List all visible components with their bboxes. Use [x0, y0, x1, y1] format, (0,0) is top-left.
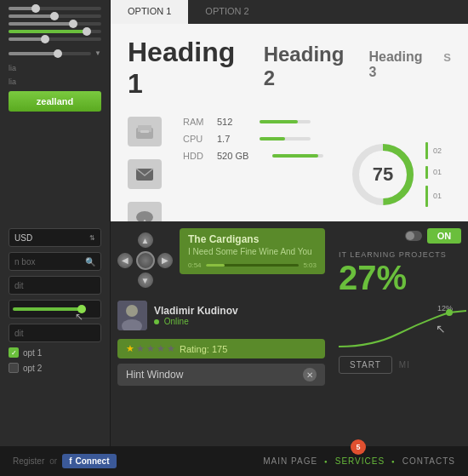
music-time-start: 0:54	[188, 261, 202, 269]
user-profile: Vladimir Kudinov Online	[117, 297, 325, 334]
search-icon: 🔍	[85, 257, 95, 267]
star-2: ★	[136, 343, 145, 354]
dpad-music-row: ▲ ▼ ◀ ▶ The Cardigans I Need Some Fine W…	[117, 228, 325, 292]
donut-chart: 75	[349, 141, 417, 209]
slider-track-3[interactable]	[9, 22, 101, 26]
slider-track-1[interactable]	[9, 7, 101, 10]
nav-dot-1: ●	[324, 459, 328, 464]
user-avatar	[117, 301, 147, 330]
donut-value: 75	[373, 163, 393, 186]
horizontal-slider-6[interactable]	[9, 52, 91, 55]
toggle-row: ON	[339, 228, 461, 244]
green-slider[interactable]: ↖	[9, 300, 101, 318]
currency-dropdown[interactable]: USD ⇅	[9, 228, 101, 247]
dpad-left-button[interactable]: ◀	[117, 253, 133, 268]
tab-option2[interactable]: OPTION 2	[188, 0, 265, 24]
star-5: ★	[167, 343, 175, 354]
it-projects-section: IT LEARNING PROJECTS 27%	[339, 250, 461, 295]
heading2: Heading 2	[264, 43, 356, 90]
dpad-up-button[interactable]: ▲	[138, 232, 153, 248]
mail-icon	[128, 159, 162, 189]
bottom-far-right: ON IT LEARNING PROJECTS 27% 12% ↖ START	[332, 221, 468, 446]
on-toggle-button[interactable]: ON	[427, 228, 461, 244]
user-name: Vladimir Kudinov	[154, 305, 238, 317]
footer-nav: MAIN PAGE ● SERVICES ● CONTACTS	[263, 456, 455, 466]
user-status-label: Online	[164, 317, 189, 326]
chart-area: 12% ↖	[339, 300, 461, 351]
music-player: The Cardigans I Need Some Fine Wine And …	[180, 228, 325, 274]
music-title: The Cardigans	[188, 233, 317, 245]
star-4: ★	[157, 343, 165, 354]
cursor-icon: ↖	[75, 311, 83, 323]
edit2-label: dit	[14, 329, 24, 338]
main-container: ▼ lia lia zealland OPTION 1 OPTION 2	[0, 0, 468, 476]
hint-label: Hint Window	[126, 369, 183, 381]
hint-close-button[interactable]: ✕	[303, 368, 317, 381]
start-button[interactable]: START	[339, 356, 392, 374]
edit-field-2[interactable]: dit	[9, 324, 101, 342]
cpu-row: CPU 1.7	[183, 134, 323, 144]
bar-row-1: 02	[425, 142, 442, 159]
checkbox-2[interactable]	[9, 363, 19, 373]
footer: Register or f Connect MAIN PAGE ● SERVIC…	[0, 446, 468, 476]
dpad-down-button[interactable]: ▼	[138, 272, 153, 288]
music-progress-track[interactable]	[206, 264, 300, 267]
ram-row: RAM 512	[183, 117, 323, 127]
left-sidebar-top: ▼ lia lia zealland	[0, 0, 111, 221]
tab-option1[interactable]: OPTION 1	[111, 0, 188, 24]
slider-group-1	[9, 7, 101, 41]
hint-window: Hint Window ✕	[117, 364, 325, 386]
bar-row-3: 01	[425, 186, 442, 207]
nav-contacts[interactable]: CONTACTS	[402, 456, 455, 466]
country-button[interactable]: zealland	[9, 91, 101, 112]
checkbox-1[interactable]: ✓	[9, 347, 19, 358]
slider-row-2	[9, 14, 101, 18]
edit1-label: dit	[14, 281, 24, 290]
slider-track-5[interactable]	[9, 37, 101, 41]
footer-connect-label: Connect	[76, 456, 110, 466]
ram-bar	[260, 120, 311, 123]
heading4: S	[443, 51, 451, 64]
dpad-center-button[interactable]	[136, 251, 155, 270]
inbox-icon	[128, 117, 162, 146]
dpad-right-button[interactable]: ▶	[157, 253, 173, 268]
right-panel-top: OPTION 1 OPTION 2 Heading 1 Heading 2 He…	[111, 0, 468, 221]
slider-track-2[interactable]	[9, 14, 101, 18]
fb-connect-button[interactable]: f Connect	[62, 454, 116, 468]
tab-option2-label: OPTION 2	[205, 6, 248, 16]
edit-field-1[interactable]: dit	[9, 276, 101, 295]
music-subtitle: I Need Some Fine Wine And You	[188, 247, 317, 256]
footer-or: or	[49, 456, 57, 466]
nav-main-page[interactable]: MAIN PAGE	[263, 456, 317, 466]
it-projects-label: IT LEARNING PROJECTS	[339, 250, 461, 259]
ram-value: 512	[217, 117, 251, 127]
stats-content: RAM 512 CPU 1.7	[128, 117, 451, 221]
currency-label: USD	[14, 233, 32, 243]
footer-left: Register or f Connect	[13, 454, 117, 468]
opt2-label: opt 2	[23, 364, 42, 373]
search-field[interactable]: n box 🔍	[9, 252, 101, 271]
dpad: ▲ ▼ ◀ ▶	[117, 232, 173, 288]
rating-label: Rating: 175	[180, 344, 227, 354]
tabs-row: OPTION 1 OPTION 2	[111, 0, 468, 24]
headings-row: Heading 1 Heading 2 Heading 3 S	[128, 37, 451, 100]
mi-label: MI	[399, 360, 410, 370]
donut-area: 75 02 01	[349, 117, 442, 221]
slider-row-5	[9, 37, 101, 41]
chart-svg	[339, 304, 466, 351]
bottom-middle: ▲ ▼ ◀ ▶ The Cardigans I Need Some Fine W…	[111, 221, 332, 446]
search-placeholder: n box	[14, 257, 35, 267]
music-progress: 0:54 5:03	[188, 261, 317, 269]
toggle-off[interactable]	[405, 231, 422, 241]
tab-option1-label: OPTION 1	[128, 6, 171, 16]
nav-services[interactable]: SERVICES	[335, 456, 385, 466]
user-info: Vladimir Kudinov Online	[154, 305, 238, 326]
slider-row-4	[9, 30, 101, 33]
cpu-bar	[260, 137, 311, 141]
top-section: ▼ lia lia zealland OPTION 1 OPTION 2	[0, 0, 468, 221]
slider-track-4[interactable]	[9, 30, 101, 33]
down-arrow-icon: ▼	[94, 49, 101, 57]
bar-row-2: 01	[425, 166, 442, 179]
bar3-label: 01	[433, 192, 442, 200]
checkbox-row-2: opt 2	[9, 363, 101, 373]
